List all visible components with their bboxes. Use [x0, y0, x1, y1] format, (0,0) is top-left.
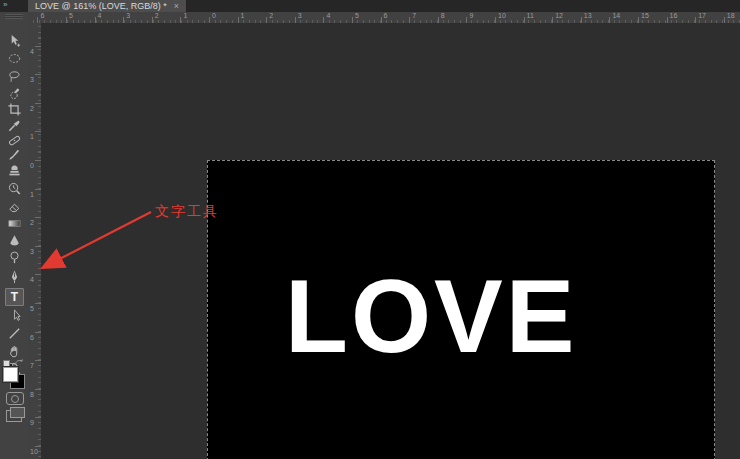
toolbar-hand-tool[interactable] — [6, 343, 23, 359]
close-tab-icon[interactable]: × — [174, 1, 179, 11]
toolbar-move-tool[interactable] — [6, 32, 23, 48]
eyedropper-icon — [7, 118, 22, 133]
tools-panel: T — [0, 12, 29, 459]
ruler-label: 6 — [384, 12, 388, 19]
ruler-label: 3 — [126, 12, 130, 19]
annotation-text: 文字工具 — [155, 203, 219, 221]
ruler-label: 13 — [584, 12, 592, 19]
ruler-label: 8 — [30, 391, 34, 398]
document-tab[interactable]: LOVE @ 161% (LOVE, RGB/8) * × — [28, 0, 187, 12]
ruler-label: 1 — [183, 12, 187, 19]
ruler-label: 0 — [30, 162, 34, 169]
ruler-label: 0 — [212, 12, 216, 19]
history-brush-icon — [7, 181, 22, 196]
ruler-label: 9 — [30, 419, 34, 426]
toolbar-blur-tool[interactable] — [6, 232, 23, 248]
crop-icon — [7, 102, 22, 117]
brush-icon — [7, 147, 22, 162]
pen-icon — [7, 269, 22, 284]
quick-mask-button[interactable] — [6, 392, 24, 405]
gradient-icon — [7, 216, 22, 231]
type-icon: T — [11, 291, 18, 303]
ruler-label: 9 — [469, 12, 473, 19]
hand-icon — [7, 344, 22, 359]
ruler-label: 10 — [498, 12, 506, 19]
ruler-label: 7 — [412, 12, 416, 19]
toolbar-gradient-tool[interactable] — [6, 215, 23, 231]
ruler-label: 4 — [98, 12, 102, 19]
photoshop-window: » LOVE @ 161% (LOVE, RGB/8) * × T 654321… — [0, 0, 740, 459]
marquee-icon — [7, 51, 22, 66]
move-icon — [7, 33, 22, 48]
quick-selection-icon — [7, 86, 22, 101]
canvas-text: LOVE — [285, 265, 577, 368]
ruler-label: 18 — [727, 12, 735, 19]
clone-stamp-icon — [7, 163, 22, 178]
document-tab-title: LOVE @ 161% (LOVE, RGB/8) * — [35, 1, 167, 11]
tab-bar: » LOVE @ 161% (LOVE, RGB/8) * × — [0, 0, 740, 12]
toolbar-eraser-tool[interactable] — [6, 198, 23, 214]
screen-mode-button[interactable] — [6, 410, 22, 422]
ruler-label: 17 — [698, 12, 706, 19]
lasso-icon — [7, 69, 22, 84]
ruler-label: 6 — [30, 334, 34, 341]
panel-grip[interactable] — [5, 14, 23, 19]
collapse-panel-icon[interactable]: » — [3, 0, 6, 11]
ruler-label: 8 — [441, 12, 445, 19]
ruler-label: 2 — [155, 12, 159, 19]
ruler-label: 4 — [30, 48, 34, 55]
ruler-label: 11 — [527, 12, 534, 19]
ruler-label: 1 — [30, 191, 34, 198]
ruler-label: 10 — [30, 448, 38, 455]
toolbar-clone-stamp-tool[interactable] — [6, 162, 23, 178]
ruler-label: 3 — [30, 76, 34, 83]
foreground-color-swatch[interactable] — [3, 367, 18, 382]
swap-colors-icon[interactable] — [14, 358, 24, 367]
ruler-label: 3 — [30, 248, 34, 255]
toolbar-history-brush-tool[interactable] — [6, 180, 23, 196]
vertical-ruler[interactable]: 4321012345678910 — [28, 23, 42, 459]
toolbar-path-selection-tool[interactable] — [6, 307, 23, 323]
ruler-label: 2 — [30, 105, 34, 112]
work-area: LOVE — [41, 23, 740, 459]
toolbar-crop-tool[interactable] — [6, 101, 23, 117]
ruler-label: 1 — [241, 12, 245, 19]
toolbar-marquee-tool[interactable] — [6, 50, 23, 66]
toolbar-type-tool[interactable]: T — [5, 288, 24, 306]
ruler-label: 5 — [69, 12, 73, 19]
line-icon — [7, 326, 22, 341]
ruler-label: 7 — [30, 362, 34, 369]
ruler-label: 5 — [355, 12, 359, 19]
ruler-label: 15 — [641, 12, 649, 19]
ruler-label: 6 — [40, 12, 44, 19]
toolbar-brush-tool[interactable] — [6, 146, 23, 162]
toolbar-line-tool[interactable] — [6, 325, 23, 341]
toolbar-lasso-tool[interactable] — [6, 68, 23, 84]
document-canvas[interactable]: LOVE — [207, 160, 715, 459]
toolbar-quick-selection-tool[interactable] — [6, 85, 23, 101]
ruler-label: 16 — [670, 12, 678, 19]
ruler-label: 1 — [30, 133, 34, 140]
blur-icon — [7, 233, 22, 248]
ruler-label: 4 — [30, 276, 34, 283]
dodge-icon — [7, 250, 22, 265]
ruler-label: 12 — [555, 12, 563, 19]
ruler-label: 2 — [30, 219, 34, 226]
ruler-label: 14 — [612, 12, 620, 19]
ruler-label: 5 — [30, 305, 34, 312]
toolbar-dodge-tool[interactable] — [6, 249, 23, 265]
path-selection-icon — [7, 308, 22, 323]
toolbar-eyedropper-tool[interactable] — [6, 117, 23, 133]
ruler-label: 3 — [298, 12, 302, 19]
eraser-icon — [7, 199, 22, 214]
ruler-label: 4 — [326, 12, 330, 19]
ruler-label: 2 — [269, 12, 273, 19]
toolbar-pen-tool[interactable] — [6, 268, 23, 284]
